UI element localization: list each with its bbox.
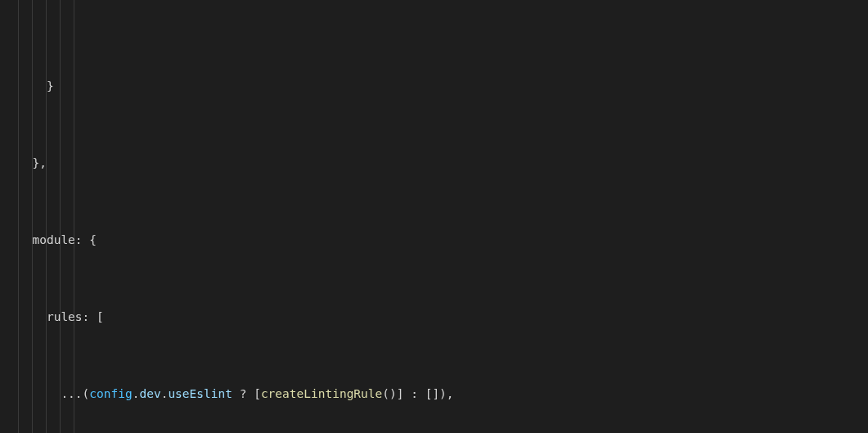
variable: config: [89, 387, 132, 400]
member: dev: [139, 387, 160, 400]
code-line[interactable]: ...(config.dev.useEslint ? [createLintin…: [11, 385, 868, 404]
code-token: ...(: [18, 387, 89, 400]
member: useEslint: [168, 387, 232, 400]
code-token: },: [18, 156, 47, 169]
property-key: module: [18, 233, 75, 246]
property-key: rules: [18, 310, 83, 323]
code-token: ? [: [232, 387, 261, 400]
code-line[interactable]: },: [11, 154, 868, 174]
code-line[interactable]: }: [11, 77, 868, 97]
code-token: }: [18, 79, 54, 92]
indent-guides: [18, 0, 47, 433]
code-token: : {: [75, 233, 97, 246]
function-call: createLintingRule: [261, 387, 382, 400]
code-line[interactable]: module: {: [11, 231, 868, 250]
code-token: : [: [83, 310, 104, 323]
code-editor[interactable]: } }, module: { rules: [ ...(config.dev.u…: [0, 0, 868, 433]
code-line[interactable]: rules: [: [11, 308, 868, 327]
code-token: ()] : []),: [382, 387, 453, 400]
